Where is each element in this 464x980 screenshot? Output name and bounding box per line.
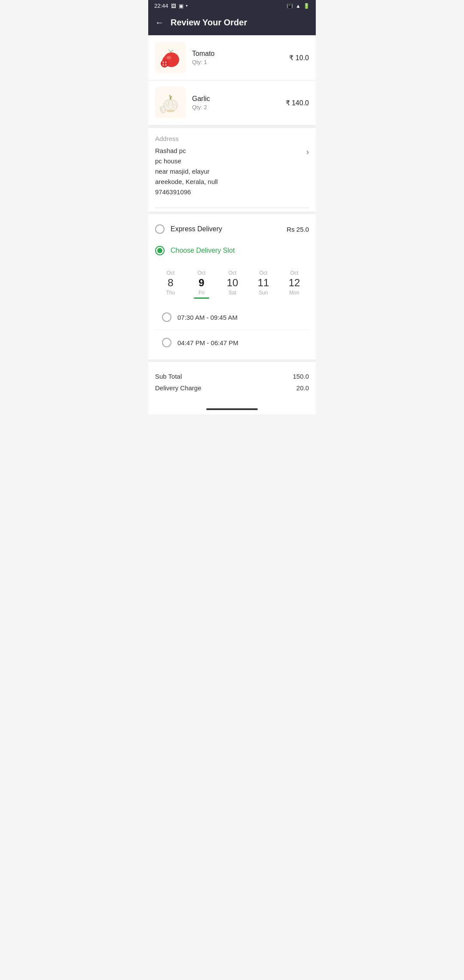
date-oct10[interactable]: Oct 10 Sat (217, 266, 248, 302)
time-slot-morning-radio[interactable] (162, 312, 171, 322)
dot-icon: • (186, 3, 188, 9)
delivery-charge-label: Delivery Charge (155, 384, 201, 392)
date-oct11-day: 11 (258, 277, 269, 289)
battery-icon: 🔋 (303, 3, 310, 9)
date-oct11[interactable]: Oct 11 Sun (248, 266, 279, 302)
date-oct8-month: Oct (167, 270, 175, 276)
delivery-charge-value: 20.0 (296, 384, 309, 392)
delivery-section: Express Delivery Rs 25.0 Choose Delivery… (148, 211, 316, 359)
address-row[interactable]: Rashad pc pc house near masjid, elayur a… (155, 146, 309, 197)
date-oct9[interactable]: Oct 9 Fri (186, 266, 217, 302)
garlic-details: Garlic Qty: 2 (186, 95, 286, 110)
home-bar (206, 408, 258, 410)
address-chevron-icon[interactable]: › (306, 147, 309, 156)
tomato-image (155, 42, 186, 73)
svg-point-9 (163, 64, 164, 66)
signal-icon: ▣ (179, 3, 183, 9)
date-picker[interactable]: Oct 8 Thu Oct 9 Fri Oct 10 Sat Oct 11 Su (155, 261, 309, 305)
tomato-details: Tomato Qty: 1 (186, 50, 289, 65)
svg-point-2 (167, 56, 171, 59)
page-title: Review Your Order (171, 18, 247, 28)
tomato-qty: Qty: 1 (192, 59, 289, 65)
date-oct12-weekday: Mon (289, 290, 299, 296)
express-delivery-option[interactable]: Express Delivery Rs 25.0 (155, 218, 309, 240)
date-oct10-day: 10 (227, 277, 238, 289)
status-time: 22:44 (154, 3, 168, 9)
time-slot-afternoon-label: 04:47 PM - 06:47 PM (171, 339, 238, 346)
delivery-slot-radio-inner (157, 248, 162, 253)
date-oct8-weekday: Thu (166, 290, 175, 296)
address-line3: near masjid, elayur (155, 166, 218, 177)
delivery-slot-label: Choose Delivery Slot (165, 247, 309, 254)
home-indicator (148, 404, 316, 414)
wifi-icon: ▲ (296, 3, 301, 9)
svg-point-7 (163, 61, 164, 64)
address-line1: Rashad pc (155, 146, 218, 156)
tomato-price: ₹ 10.0 (289, 54, 309, 62)
garlic-name: Garlic (192, 95, 286, 103)
date-oct9-weekday: Fri (198, 290, 205, 296)
garlic-price: ₹ 140.0 (286, 99, 309, 107)
date-oct11-weekday: Sun (259, 290, 268, 296)
image-icon: 🖼 (171, 3, 176, 9)
delivery-charge-row: Delivery Charge 20.0 (155, 382, 309, 394)
date-oct8[interactable]: Oct 8 Thu (155, 266, 186, 302)
garlic-qty: Qty: 2 (192, 104, 286, 110)
delivery-slot-option[interactable]: Choose Delivery Slot (155, 240, 309, 261)
address-line4: areekode, Kerala, null (155, 177, 218, 187)
date-oct12-month: Oct (290, 270, 299, 276)
time-slot-morning[interactable]: 07:30 AM - 09:45 AM (155, 305, 309, 330)
address-line2: pc house (155, 156, 218, 166)
date-oct9-indicator (194, 297, 209, 299)
divider-1 (155, 208, 309, 208)
order-item-tomato: Tomato Qty: 1 ₹ 10.0 (148, 35, 316, 80)
express-delivery-radio[interactable] (155, 224, 165, 234)
vibrate-icon: 📳 (287, 3, 293, 9)
sub-total-value: 150.0 (293, 373, 309, 380)
express-delivery-label: Express Delivery (165, 225, 287, 233)
order-content: Tomato Qty: 1 ₹ 10.0 (148, 35, 316, 404)
header: ← Review Your Order (148, 12, 316, 35)
time-slot-afternoon[interactable]: 04:47 PM - 06:47 PM (155, 330, 309, 355)
sub-total-label: Sub Total (155, 373, 182, 380)
svg-point-10 (165, 64, 167, 66)
address-phone: 9746391096 (155, 187, 218, 197)
back-button[interactable]: ← (155, 18, 164, 28)
date-oct9-day: 9 (198, 277, 204, 289)
sub-total-row: Sub Total 150.0 (155, 371, 309, 382)
time-slot-morning-label: 07:30 AM - 09:45 AM (171, 314, 238, 321)
date-oct12[interactable]: Oct 12 Mon (279, 266, 309, 302)
address-label: Address (155, 135, 309, 142)
summary-section: Sub Total 150.0 Delivery Charge 20.0 (148, 359, 316, 404)
order-item-garlic: Garlic Qty: 2 ₹ 140.0 (148, 80, 316, 126)
address-text: Rashad pc pc house near masjid, elayur a… (155, 146, 218, 197)
date-oct9-month: Oct (198, 270, 206, 276)
date-oct10-month: Oct (229, 270, 237, 276)
svg-point-15 (166, 110, 175, 112)
express-delivery-price: Rs 25.0 (287, 226, 309, 233)
delivery-slot-radio[interactable] (155, 246, 165, 255)
date-oct10-weekday: Sat (229, 290, 236, 296)
svg-point-8 (165, 61, 167, 64)
date-oct11-month: Oct (259, 270, 268, 276)
time-slot-afternoon-radio[interactable] (162, 338, 171, 347)
garlic-image (155, 87, 186, 118)
date-oct12-day: 12 (289, 277, 300, 289)
address-section: Address Rashad pc pc house near masjid, … (148, 126, 316, 204)
date-oct8-day: 8 (168, 277, 173, 289)
tomato-name: Tomato (192, 50, 289, 58)
status-bar: 22:44 🖼 ▣ • 📳 ▲ 🔋 (148, 0, 316, 12)
